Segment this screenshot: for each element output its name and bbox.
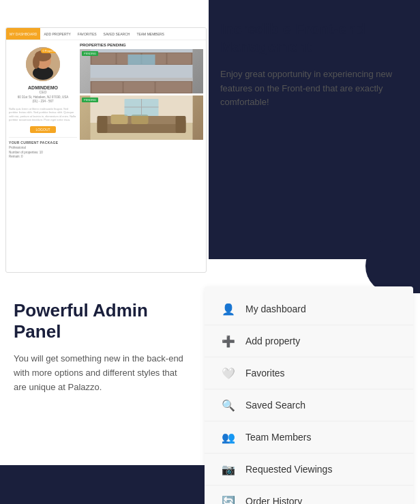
top-section: MY DASHBOARD ADD PROPERTY FAVORITES SAVE… xyxy=(0,0,420,273)
team-members-label: Team Members xyxy=(245,432,311,443)
svg-rect-16 xyxy=(128,55,155,65)
team-members-icon: 👥 xyxy=(221,430,236,445)
svg-point-4 xyxy=(33,55,40,69)
header-title: Incredible Front-end Management xyxy=(220,20,406,57)
svg-rect-10 xyxy=(168,53,192,64)
avatar: 0 Properties xyxy=(26,47,60,81)
menu-panel: 👤My dashboard➕Add property🤍Favorites🔍Sav… xyxy=(205,286,413,504)
saved-search-label: Saved Search xyxy=(245,400,305,411)
pending-title: PROPERTIES PENDING xyxy=(80,43,203,47)
order-history-label: Order History xyxy=(245,496,302,504)
requested-viewings-label: Requested Viewings xyxy=(245,464,332,475)
menu-item-order-history[interactable]: 🔄Order History xyxy=(205,486,413,504)
menu-item-team-members[interactable]: 👥Team Members xyxy=(205,421,413,454)
dash-nav-saved-search[interactable]: SAVED SEARCH xyxy=(100,28,134,40)
saved-search-icon: 🔍 xyxy=(221,398,236,413)
svg-rect-15 xyxy=(156,82,192,93)
dash-nav-add-property[interactable]: ADD PROPERTY xyxy=(40,28,74,40)
add-property-icon: ➕ xyxy=(221,333,236,349)
order-history-icon: 🔄 xyxy=(221,494,236,504)
menu-item-add-property[interactable]: ➕Add property xyxy=(205,325,413,357)
dashboard-preview: MY DASHBOARD ADD PROPERTY FAVORITES SAVE… xyxy=(5,27,207,273)
package-title: YOUR CURRENT PACKAGE xyxy=(9,140,77,145)
svg-rect-11 xyxy=(91,78,193,81)
dash-nav-my-dashboard[interactable]: MY DASHBOARD xyxy=(6,28,40,40)
svg-rect-14 xyxy=(124,82,155,93)
header-text: Incredible Front-end Management Enjoy gr… xyxy=(207,0,420,273)
dash-nav: MY DASHBOARD ADD PROPERTY FAVORITES SAVE… xyxy=(6,28,206,40)
dash-body: 0 Properties ADMINDEMO CEO 60 31st St, H… xyxy=(6,40,206,162)
property-image-2: PENDING xyxy=(80,95,203,140)
dash-nav-team-members[interactable]: TEAM MEMBERS xyxy=(133,28,168,40)
dash-right-col: PROPERTIES PENDING xyxy=(80,43,203,160)
package-info: Professional Number of properties: 10 Re… xyxy=(9,146,77,160)
my-dashboard-label: My dashboard xyxy=(245,303,306,314)
svg-rect-23 xyxy=(111,115,128,124)
bottom-subtitle: You will get something new in the back-e… xyxy=(14,352,191,394)
favorites-icon: 🤍 xyxy=(221,366,236,381)
bottom-section: Powerful Admin Panel You will get someth… xyxy=(0,273,420,504)
dash-address: 60 31st St, Hoboken, NJ 07030, USA (01) … xyxy=(9,95,77,104)
menu-item-my-dashboard[interactable]: 👤My dashboard xyxy=(205,293,413,325)
dash-name: ADMINDEMO xyxy=(9,85,77,90)
dash-package: YOUR CURRENT PACKAGE Professional Number… xyxy=(9,137,77,160)
pending-badge-2: PENDING xyxy=(82,98,98,102)
pending-badge-1: PENDING xyxy=(82,51,98,56)
property-image-1: PENDING xyxy=(80,49,203,93)
menu-item-favorites[interactable]: 🤍Favorites xyxy=(205,357,413,389)
dash-role: CEO xyxy=(9,90,77,94)
svg-rect-22 xyxy=(176,116,186,133)
dash-nav-favorites[interactable]: FAVORITES xyxy=(74,28,100,40)
dash-lorem-text: Nulla quis lorem ut libero malesuada feu… xyxy=(9,107,77,122)
avatar-badge: 0 Properties xyxy=(41,48,59,53)
dashboard-logout-button[interactable]: LOGOUT xyxy=(30,126,55,133)
requested-viewings-icon: 📷 xyxy=(221,462,236,477)
svg-rect-24 xyxy=(132,115,149,124)
bottom-title: Powerful Admin Panel xyxy=(14,300,191,342)
favorites-label: Favorites xyxy=(245,368,285,379)
menu-item-requested-viewings[interactable]: 📷Requested Viewings xyxy=(205,454,413,486)
svg-rect-21 xyxy=(97,116,108,133)
my-dashboard-icon: 👤 xyxy=(221,301,236,316)
svg-rect-13 xyxy=(92,82,123,93)
menu-item-saved-search[interactable]: 🔍Saved Search xyxy=(205,389,413,421)
add-property-label: Add property xyxy=(245,336,300,346)
bottom-left-text: Powerful Admin Panel You will get someth… xyxy=(0,273,205,504)
dash-left-col: 0 Properties ADMINDEMO CEO 60 31st St, H… xyxy=(9,43,77,160)
header-subtitle: Enjoy great opportunity in experiencing … xyxy=(220,68,406,110)
